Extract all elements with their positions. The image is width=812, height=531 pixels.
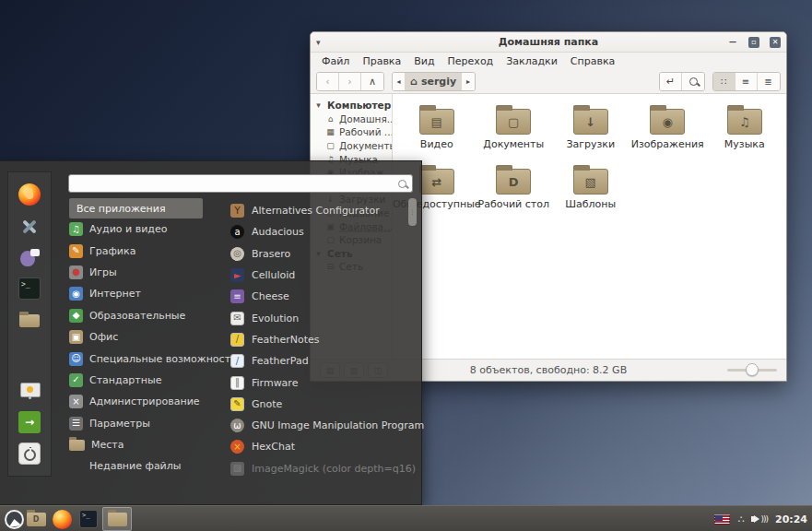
shutdown-icon[interactable] bbox=[18, 442, 41, 465]
logout-icon[interactable]: → bbox=[18, 411, 41, 433]
menu-button[interactable] bbox=[3, 508, 25, 530]
maximize-button[interactable]: ▫ bbox=[748, 37, 759, 48]
menu-Переход[interactable]: Переход bbox=[442, 54, 500, 68]
forward-button[interactable]: › bbox=[339, 73, 361, 90]
menu-Закладки[interactable]: Закладки bbox=[500, 54, 563, 68]
app-item[interactable]: ✉Evolution bbox=[230, 307, 410, 328]
pidgin-icon[interactable] bbox=[18, 246, 41, 268]
scrollbar-thumb[interactable]: ⋮ bbox=[408, 198, 417, 226]
file-item[interactable]: DРабочий стол bbox=[476, 161, 553, 221]
category-item[interactable]: Недавние файлы bbox=[69, 455, 226, 477]
app-item[interactable]: ✎Gnote bbox=[230, 394, 410, 415]
app-category-icon: Y bbox=[230, 204, 244, 218]
app-item[interactable]: /FeatherNotes bbox=[230, 329, 410, 350]
app-item[interactable]: ◎Brasero bbox=[230, 243, 410, 265]
home-icon: ⌂ bbox=[410, 76, 418, 88]
firefox-icon[interactable] bbox=[18, 183, 41, 206]
files-icon[interactable] bbox=[18, 309, 41, 331]
menu-Файл[interactable]: Файл bbox=[316, 54, 355, 68]
file-item[interactable]: ♫Музыка bbox=[706, 101, 783, 161]
app-category-icon: ♫ bbox=[69, 222, 83, 236]
app-category-icon: × bbox=[69, 395, 83, 408]
category-item[interactable]: ◉Интернет bbox=[69, 283, 226, 304]
compact-view-button[interactable]: ≣ bbox=[758, 73, 780, 90]
folder-emblem-icon: ♫ bbox=[739, 115, 750, 129]
category-item[interactable]: ☰Параметры bbox=[69, 413, 226, 434]
firefox-launcher[interactable] bbox=[51, 508, 73, 530]
app-item[interactable]: ≡Cheese bbox=[230, 286, 410, 307]
app-item[interactable]: ▨ImageMagick (color depth=q16) bbox=[230, 458, 410, 479]
app-category-icon: ✎ bbox=[230, 397, 244, 411]
app-category-icon: ◎ bbox=[230, 247, 244, 261]
file-icon-view[interactable]: ▤Видео▢Документы↓Загрузки◉Изображения♫Му… bbox=[393, 94, 786, 359]
zoom-slider[interactable] bbox=[727, 369, 777, 372]
sidebar-item[interactable]: ⌂Домашня... bbox=[311, 112, 392, 126]
files-window-button[interactable] bbox=[102, 507, 132, 531]
category-label: Образовательные bbox=[89, 310, 185, 322]
category-item[interactable]: ✎Графика bbox=[69, 240, 226, 261]
app-label: Cheese bbox=[252, 290, 289, 302]
file-item[interactable]: ▢Документы bbox=[476, 101, 553, 161]
app-item[interactable]: aAudacious bbox=[230, 221, 410, 242]
app-item[interactable]: ×HexChat bbox=[230, 436, 410, 457]
volume-icon[interactable]: ))) bbox=[751, 514, 768, 524]
category-label: Параметры bbox=[89, 418, 150, 430]
category-item[interactable]: Места bbox=[69, 434, 226, 455]
file-item[interactable]: ▧Шаблоны bbox=[552, 161, 630, 221]
keyboard-layout-flag-icon[interactable] bbox=[714, 514, 730, 525]
close-button[interactable]: ✕ bbox=[770, 37, 781, 48]
minimize-button[interactable]: — bbox=[727, 37, 738, 48]
menu-Справка[interactable]: Справка bbox=[565, 54, 620, 68]
home-path-button[interactable]: ⌂ sergiy bbox=[406, 73, 462, 90]
folder-emblem-icon: ▢ bbox=[508, 115, 519, 129]
app-list-scrollbar[interactable]: ⋮ bbox=[408, 198, 417, 531]
category-item[interactable]: ♫Аудио и видео bbox=[69, 218, 226, 240]
back-button[interactable]: ‹ bbox=[317, 73, 339, 90]
sidebar-item[interactable]: ▾Компьютер bbox=[311, 99, 392, 112]
menu-Вид[interactable]: Вид bbox=[408, 54, 440, 68]
menu-Правка[interactable]: Правка bbox=[357, 54, 406, 68]
app-item[interactable]: ►Celluloid bbox=[230, 265, 410, 286]
titlebar[interactable]: ▾ Домашняя папка — ▫ ✕ bbox=[311, 32, 786, 53]
category-all-applications[interactable]: Все приложения bbox=[69, 198, 203, 218]
terminal-icon[interactable]: >_ bbox=[18, 277, 41, 300]
sidebar-item-label: Документы bbox=[339, 140, 393, 151]
menu-search-box[interactable] bbox=[68, 174, 413, 193]
category-item[interactable]: ▣Офис bbox=[69, 326, 226, 348]
up-button[interactable]: ∧ bbox=[361, 73, 383, 90]
lock-screen-icon[interactable] bbox=[18, 380, 41, 402]
icon-view-button[interactable]: ∷ bbox=[713, 73, 736, 90]
path-scroll-right[interactable]: ▸ bbox=[462, 73, 475, 90]
list-view-button[interactable]: ≡ bbox=[736, 73, 758, 90]
network-icon[interactable]: ∴ bbox=[737, 513, 744, 525]
path-scroll-left[interactable]: ◂ bbox=[393, 73, 406, 90]
tools-icon[interactable] bbox=[18, 215, 41, 237]
app-item[interactable]: /FeatherPad bbox=[230, 350, 410, 372]
search-button[interactable] bbox=[682, 73, 704, 90]
menu-search-input[interactable] bbox=[75, 178, 398, 190]
category-item[interactable]: ✓Стандартные bbox=[69, 370, 226, 391]
desktop-folder-launcher[interactable]: D bbox=[25, 508, 47, 530]
category-item[interactable]: ◆Образовательные bbox=[69, 305, 226, 326]
zoom-slider-knob[interactable] bbox=[746, 363, 759, 376]
sidebar-item[interactable]: ▢Документы bbox=[311, 139, 392, 153]
file-item[interactable]: ▤Видео bbox=[398, 101, 476, 161]
sidebar-item-icon: ▦ bbox=[325, 127, 335, 136]
file-item[interactable]: ◉Изображения bbox=[630, 101, 707, 161]
sidebar-item-icon: ⌂ bbox=[325, 114, 335, 124]
category-item[interactable]: ☺Специальные возможности bbox=[69, 348, 226, 369]
file-label: Музыка bbox=[724, 138, 765, 150]
app-category-icon: ● bbox=[69, 266, 83, 279]
category-item[interactable]: ●Игры bbox=[69, 262, 226, 283]
clock[interactable]: 20:24 bbox=[775, 513, 807, 525]
category-item[interactable]: ×Администрирование bbox=[69, 391, 226, 412]
category-label: Аудио и видео bbox=[89, 223, 167, 235]
app-category-icon: ◆ bbox=[69, 309, 83, 323]
app-item[interactable]: YAlternatives Configurator bbox=[230, 200, 410, 221]
terminal-launcher[interactable]: >_ bbox=[77, 508, 100, 530]
app-item[interactable]: ωGNU Image Manipulation Program bbox=[230, 415, 410, 436]
app-item[interactable]: ‖Firmware bbox=[230, 372, 410, 393]
sidebar-item[interactable]: ▦Рабочий ... bbox=[311, 125, 392, 139]
toggle-location-entry-button[interactable]: ↵ bbox=[660, 73, 682, 90]
file-item[interactable]: ↓Загрузки bbox=[552, 101, 630, 161]
